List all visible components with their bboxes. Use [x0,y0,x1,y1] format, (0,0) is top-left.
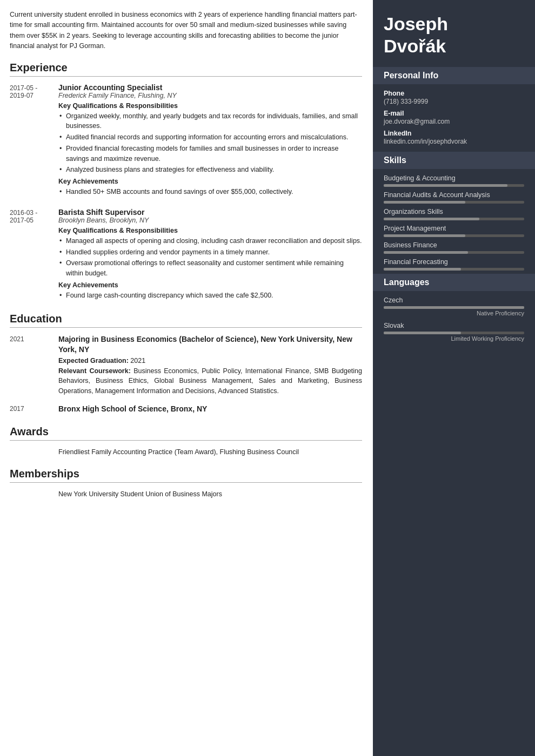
skill-bar-background [384,234,524,237]
memberships-text: New York University Student Union of Bus… [10,489,362,500]
phone-label: Phone [384,90,524,97]
skill-item: Financial Audits & Account Analysis [384,191,524,204]
education-list: 2021Majoring in Business Economics (Bach… [10,334,362,415]
edu-expected-label: Expected Graduation: [58,357,129,364]
skill-name: Budgeting & Accounting [384,174,524,182]
skills-title: Skills [373,152,535,169]
education-item: 2017Bronx High School of Science, Bronx,… [10,404,362,415]
skill-bar-fill [384,201,465,204]
language-bar-fill [384,332,461,334]
exp-company: Brooklyn Beans, Brooklyn, NY [58,217,362,224]
skill-name: Financial Audits & Account Analysis [384,191,524,199]
full-name: Joseph Dvořák [384,13,524,57]
education-section: Education 2021Majoring in Business Econo… [10,313,362,415]
skill-bar-background [384,218,524,220]
exp-date: 2016-03 - 2017-05 [10,208,58,302]
exp-date: 2017-05 - 2019-07 [10,83,58,198]
exp-company: Frederick Family Finance, Flushing, NY [58,92,362,99]
language-name: Czech [384,296,524,304]
edu-content: Bronx High School of Science, Bronx, NY [58,404,362,415]
left-panel: Current university student enrolled in b… [0,0,373,756]
name-block: Joseph Dvořák [373,0,535,67]
last-name: Dvořák [384,36,446,56]
personal-info-block: Phone (718) 333-9999 E-mail joe.dvorak@g… [373,90,535,152]
email-value: joe.dvorak@gmail.com [384,118,524,125]
right-panel: Joseph Dvořák Personal Info Phone (718) … [373,0,535,756]
skill-bar-fill [384,234,465,237]
skill-item: Budgeting & Accounting [384,174,524,187]
language-name: Slovak [384,322,524,329]
list-item: Handled supplies ordering and vendor pay… [58,247,362,258]
experience-title: Experience [10,62,362,77]
experience-list: 2017-05 - 2019-07Junior Accounting Speci… [10,83,362,302]
exp-achievements-list: Handled 50+ SMB accounts and found savin… [58,187,362,197]
experience-item: 2017-05 - 2019-07Junior Accounting Speci… [10,83,362,198]
edu-date: 2017 [10,404,58,415]
personal-info-title: Personal Info [373,67,535,84]
list-item: Provided financial forecasting models fo… [58,144,362,164]
edu-title: Bronx High School of Science, Bronx, NY [58,404,362,415]
skill-item: Project Management [384,225,524,237]
exp-achievements-heading: Key Achievements [58,178,362,185]
first-name: Joseph [384,14,448,34]
phone-value: (718) 333-9999 [384,98,524,105]
skill-name: Business Finance [384,241,524,249]
exp-content: Junior Accounting SpecialistFrederick Fa… [58,83,362,198]
edu-expected: Expected Graduation: 2021 [58,357,362,364]
skill-bar-fill [384,218,479,220]
list-item: Oversaw promotional offerings to reflect… [58,258,362,279]
skill-name: Project Management [384,225,524,232]
list-item: Found large cash-counting discrepancy wh… [58,291,362,301]
languages-list: CzechNative ProficiencySlovakLimited Wor… [373,296,535,347]
awards-title: Awards [10,426,362,441]
language-item: SlovakLimited Working Proficiency [384,322,524,342]
language-bar-background [384,332,524,334]
linkedin-label: LinkedIn [384,130,524,137]
email-label: E-mail [384,110,524,117]
exp-title: Junior Accounting Specialist [58,83,362,92]
edu-date: 2021 [10,334,58,396]
skill-bar-background [384,184,524,187]
exp-content: Barista Shift SupervisorBrooklyn Beans, … [58,208,362,302]
skill-bar-fill [384,184,507,187]
coursework-label: Relevant Coursework: [58,367,131,375]
linkedin-value: linkedin.com/in/josephdvorak [384,138,524,145]
list-item: Managed all aspects of opening and closi… [58,236,362,246]
language-item: CzechNative Proficiency [384,296,524,316]
memberships-section: Memberships New York University Student … [10,468,362,500]
education-title: Education [10,313,362,328]
skill-bar-fill [384,268,461,271]
exp-qualifications-list: Organized weekly, monthly, and yearly bu… [58,111,362,176]
exp-title: Barista Shift Supervisor [58,208,362,217]
list-item: Organized weekly, monthly, and yearly bu… [58,111,362,132]
summary-text: Current university student enrolled in b… [10,10,362,52]
skill-bar-background [384,201,524,204]
experience-section: Experience 2017-05 - 2019-07Junior Accou… [10,62,362,302]
skill-item: Organizations Skills [384,208,524,220]
languages-title: Languages [373,274,535,291]
skill-bar-background [384,251,524,254]
skill-name: Organizations Skills [384,208,524,215]
list-item: Audited financial records and supporting… [58,132,362,143]
exp-qualifications-heading: Key Qualifications & Responsibilities [58,227,362,234]
exp-achievements-list: Found large cash-counting discrepancy wh… [58,291,362,301]
skill-bar-fill [384,251,468,254]
awards-text: Friendliest Family Accounting Practice (… [10,447,362,457]
language-bar-background [384,306,524,309]
skill-item: Financial Forecasting [384,258,524,271]
edu-content: Majoring in Business Economics (Bachelor… [58,334,362,396]
exp-qualifications-heading: Key Qualifications & Responsibilities [58,102,362,110]
exp-qualifications-list: Managed all aspects of opening and closi… [58,236,362,279]
list-item: Handled 50+ SMB accounts and found savin… [58,187,362,197]
memberships-title: Memberships [10,468,362,483]
language-level: Limited Working Proficiency [384,335,524,342]
edu-title: Majoring in Business Economics (Bachelor… [58,334,362,355]
exp-achievements-heading: Key Achievements [58,281,362,289]
skill-bar-background [384,268,524,271]
edu-coursework: Relevant Coursework: Business Economics,… [58,366,362,396]
skill-name: Financial Forecasting [384,258,524,266]
experience-item: 2016-03 - 2017-05Barista Shift Superviso… [10,208,362,302]
skill-item: Business Finance [384,241,524,254]
skills-list: Budgeting & AccountingFinancial Audits &… [373,174,535,274]
education-item: 2021Majoring in Business Economics (Bach… [10,334,362,396]
